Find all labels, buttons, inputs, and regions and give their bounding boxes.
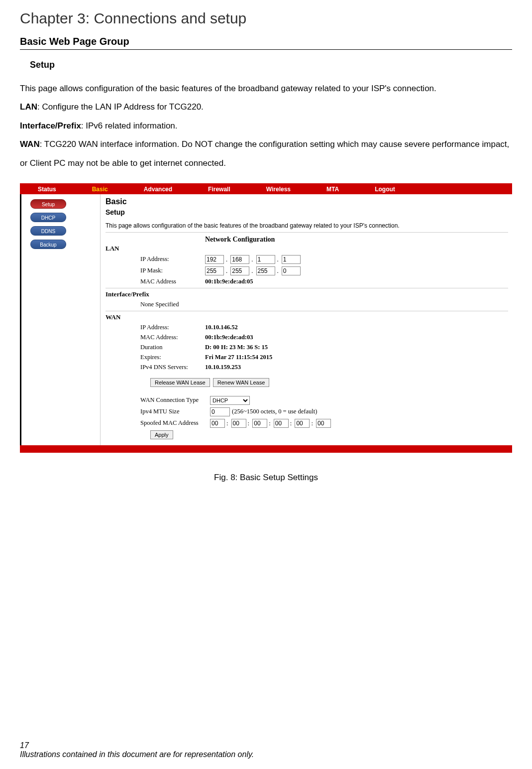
wan-expires-value: Fri Mar 27 11:15:54 2015 — [205, 354, 272, 361]
body-text: This page allows configuration of the ba… — [20, 79, 512, 172]
spoof-mac-6[interactable] — [316, 419, 331, 428]
wan-mac-row: MAC Address: 00:1b:9e:de:ad:03 — [106, 334, 508, 341]
lan-mask-inputs: . . . — [205, 266, 301, 275]
wan-expires-row: Expires: Fri Mar 27 11:15:54 2015 — [106, 354, 508, 361]
tab-advanced[interactable]: Advanced — [126, 186, 190, 193]
tab-logout[interactable]: Logout — [357, 186, 413, 193]
footer-disclaimer: Illustrations contained in this document… — [20, 750, 254, 759]
spoof-mac-row: Spoofed MAC Address : : : : : — [106, 419, 508, 428]
wan-conn-type-label: WAN Connection Type — [140, 396, 210, 404]
embedded-screenshot: Status Basic Advanced Firewall Wireless … — [20, 183, 512, 453]
spoof-mac-label: Spoofed MAC Address — [140, 419, 210, 427]
wan-dns-row: IPv4 DNS Servers: 10.10.159.253 — [106, 364, 508, 371]
wan-mac-value: 00:1b:9e:de:ad:03 — [205, 334, 253, 341]
lan-ip-row: IP Address: . . . — [106, 255, 508, 264]
tab-mta[interactable]: MTA — [309, 186, 357, 193]
sidebar-item-setup[interactable]: Setup — [30, 199, 66, 209]
intro-paragraph: This page allows configuration of the ba… — [20, 79, 512, 98]
lan-ip-octet-1[interactable] — [205, 255, 224, 264]
ifp-text: : IPv6 related information. — [81, 121, 178, 130]
section-heading: Basic Web Page Group — [20, 36, 512, 50]
page-footer: 17 Illustrations contained in this docum… — [20, 741, 254, 759]
wan-mac-label: MAC Address: — [140, 334, 205, 341]
wan-conn-type-select[interactable]: DHCP — [210, 396, 250, 405]
mtu-hint: (256~1500 octets, 0 = use default) — [232, 408, 317, 415]
sidebar: Setup DHCP DDNS Backup — [21, 194, 100, 445]
lan-mask-octet-3[interactable] — [256, 266, 275, 275]
ifp-section-label: Interface/Prefix — [106, 290, 508, 298]
lan-ip-label: IP Address: — [140, 256, 205, 263]
wan-bold: WAN — [20, 139, 40, 149]
spoof-mac-1[interactable] — [210, 419, 225, 428]
sidebar-item-ddns[interactable]: DDNS — [30, 226, 66, 236]
lan-ip-octet-2[interactable] — [230, 255, 249, 264]
tab-wireless[interactable]: Wireless — [248, 186, 309, 193]
lan-bold: LAN — [20, 102, 37, 112]
wan-dns-label: IPv4 DNS Servers: — [140, 364, 205, 371]
ifp-bold: Interface/Prefix — [20, 121, 81, 130]
footer-bar — [20, 445, 512, 453]
wan-duration-row: Duration D: 00 H: 23 M: 36 S: 15 — [106, 344, 508, 351]
spoof-mac-3[interactable] — [252, 419, 267, 428]
wan-lease-buttons: Release WAN Lease Renew WAN Lease — [106, 378, 508, 387]
mtu-input[interactable] — [210, 407, 230, 416]
lan-mask-octet-1[interactable] — [205, 266, 224, 275]
renew-wan-lease-button[interactable]: Renew WAN Lease — [213, 378, 270, 387]
wan-ip-row: IP Address: 10.10.146.52 — [106, 324, 508, 331]
divider — [106, 288, 508, 288]
content-pane: Basic Setup This page allows configurati… — [100, 194, 512, 445]
lan-mac-row: MAC Address 00:1b:9e:de:ad:05 — [106, 278, 508, 285]
chapter-title: Chapter 3: Connections and setup — [20, 10, 512, 27]
wan-paragraph: WAN: TCG220 WAN interface information. D… — [20, 135, 512, 172]
content-sub: This page allows configuration of the ba… — [106, 222, 508, 233]
lan-ip-octet-3[interactable] — [256, 255, 275, 264]
wan-section-label: WAN — [106, 313, 508, 321]
lan-ip-inputs: . . . — [205, 255, 301, 264]
lan-ip-octet-4[interactable] — [282, 255, 301, 264]
network-config-title: Network Configuration — [205, 236, 508, 244]
lan-mask-octet-4[interactable] — [282, 266, 301, 275]
wan-dns-value: 10.10.159.253 — [205, 364, 241, 371]
lan-mac-value: 00:1b:9e:de:ad:05 — [205, 278, 253, 285]
lan-mask-label: IP Mask: — [140, 267, 205, 274]
content-h2: Setup — [106, 208, 508, 216]
lan-mask-octet-2[interactable] — [230, 266, 249, 275]
spoof-mac-2[interactable] — [231, 419, 246, 428]
figure-caption: Fig. 8: Basic Setup Settings — [20, 473, 512, 483]
ifp-paragraph: Interface/Prefix: IPv6 related informati… — [20, 117, 512, 135]
divider — [106, 311, 508, 311]
wan-duration-value: D: 00 H: 23 M: 36 S: 15 — [205, 344, 268, 351]
lan-mask-row: IP Mask: . . . — [106, 266, 508, 275]
tab-basic[interactable]: Basic — [74, 186, 126, 193]
mtu-label: Ipv4 MTU Size — [140, 408, 210, 415]
wan-duration-label: Duration — [140, 344, 205, 351]
ifp-none-text: None Specified — [140, 301, 179, 308]
tab-status[interactable]: Status — [20, 186, 74, 193]
wan-conn-type-row: WAN Connection Type DHCP — [106, 396, 508, 405]
spoof-mac-5[interactable] — [295, 419, 310, 428]
apply-row: Apply — [106, 430, 508, 439]
page-number: 17 — [20, 741, 254, 750]
sidebar-item-backup[interactable]: Backup — [30, 240, 66, 249]
tab-firewall[interactable]: Firewall — [190, 186, 248, 193]
wan-text: : TCG220 WAN interface information. Do N… — [20, 139, 509, 167]
spoof-mac-inputs: : : : : : — [210, 419, 331, 428]
content-h1: Basic — [106, 197, 508, 206]
lan-section-label: LAN — [106, 245, 508, 253]
top-nav: Status Basic Advanced Firewall Wireless … — [20, 183, 512, 194]
lan-mac-label: MAC Address — [140, 278, 205, 285]
lan-text: : Configure the LAN IP Address for TCG22… — [37, 102, 204, 112]
mtu-row: Ipv4 MTU Size (256~1500 octets, 0 = use … — [106, 407, 508, 416]
subsection-heading: Setup — [30, 60, 512, 70]
spoof-mac-4[interactable] — [274, 419, 289, 428]
sidebar-item-dhcp[interactable]: DHCP — [30, 213, 66, 222]
wan-expires-label: Expires: — [140, 354, 205, 361]
wan-ip-value: 10.10.146.52 — [205, 324, 238, 331]
ifp-none-row: None Specified — [106, 301, 508, 308]
release-wan-lease-button[interactable]: Release WAN Lease — [150, 378, 210, 387]
apply-button[interactable]: Apply — [150, 430, 173, 439]
lan-paragraph: LAN: Configure the LAN IP Address for TC… — [20, 98, 512, 116]
wan-ip-label: IP Address: — [140, 324, 205, 331]
